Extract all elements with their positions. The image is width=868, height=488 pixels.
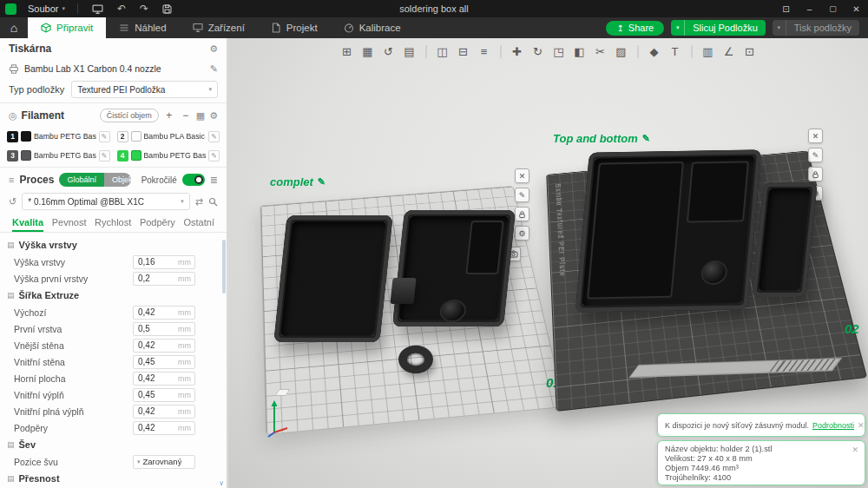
- flush-volume-button[interactable]: Čistící objem: [100, 109, 159, 122]
- bed-type-select[interactable]: Textured PEI Podložka ▾: [71, 81, 218, 98]
- filament-slot-4[interactable]: 4 Bambu PETG Basic ✎: [117, 148, 220, 163]
- model-small-cube[interactable]: [390, 278, 416, 304]
- split-to-parts-icon[interactable]: ⊟: [454, 43, 472, 61]
- rotate-icon[interactable]: ↻: [529, 43, 547, 61]
- print-dropdown-icon[interactable]: ▾: [773, 20, 786, 36]
- close-notification-icon[interactable]: ✕: [852, 445, 858, 454]
- flatten-icon[interactable]: ◧: [570, 43, 589, 61]
- plate1-delete-button[interactable]: ✕: [515, 168, 529, 183]
- model-ring[interactable]: [398, 346, 433, 373]
- param-input[interactable]: 0,2 mm: [133, 272, 195, 286]
- tab-device[interactable]: Zařízení: [180, 17, 258, 38]
- slice-plate-button[interactable]: ▾ Slicuj Podložku: [671, 20, 766, 36]
- sidebar-scrollbar[interactable]: [222, 240, 226, 293]
- filament-slot-2[interactable]: 2 Bambu PLA Basic ✎: [117, 129, 220, 144]
- filament-edit-icon[interactable]: ✎: [99, 131, 110, 142]
- ams-icon[interactable]: ▦: [196, 110, 205, 122]
- filament-color-swatch[interactable]: [21, 150, 31, 161]
- share-button[interactable]: ↥ Share: [606, 21, 664, 36]
- search-icon[interactable]: [208, 197, 218, 207]
- advanced-toggle[interactable]: [182, 174, 205, 186]
- filament-color-swatch[interactable]: [21, 131, 31, 142]
- printer-settings-gear-icon[interactable]: ⚙: [209, 43, 218, 55]
- minimize-button[interactable]: –: [798, 0, 821, 17]
- param-input[interactable]: 0,42 mm: [133, 339, 195, 353]
- param-input[interactable]: 0,45 mm: [133, 355, 195, 369]
- plate2-lock-button[interactable]: [808, 167, 823, 181]
- plate2-edit-button[interactable]: ✎: [808, 148, 823, 162]
- model-tray-base[interactable]: [392, 210, 516, 326]
- scope-objects-button[interactable]: Objekty: [104, 173, 131, 187]
- home-icon[interactable]: ⌂: [0, 17, 28, 38]
- remove-filament-button[interactable]: −: [180, 109, 192, 122]
- printer-name[interactable]: Bambu Lab X1 Carbon 0.4 nozzle: [24, 63, 205, 74]
- move-icon[interactable]: ✚: [508, 43, 526, 61]
- close-notification-icon[interactable]: ✕: [858, 421, 865, 430]
- param-input[interactable]: 0,16 mm: [133, 255, 195, 269]
- filament-edit-icon[interactable]: ✎: [99, 150, 110, 162]
- auto-orient-icon[interactable]: ↺: [379, 43, 398, 61]
- rename-plate-icon[interactable]: ✎: [642, 133, 650, 144]
- compare-preset-icon[interactable]: ⇄: [195, 196, 203, 208]
- file-menu[interactable]: Soubor ▾: [23, 0, 70, 17]
- arrange-icon[interactable]: ▤: [400, 43, 418, 61]
- filament-slot-1[interactable]: 1 Bambu PETG Basic ✎: [7, 129, 110, 144]
- undo-icon[interactable]: ↶: [110, 0, 133, 17]
- tab-speed[interactable]: Rychlost: [95, 217, 131, 232]
- filament-color-swatch[interactable]: [131, 150, 141, 161]
- split-to-objects-icon[interactable]: ◫: [433, 43, 451, 61]
- plate1-name[interactable]: complet ✎: [270, 175, 326, 188]
- close-button[interactable]: ✕: [845, 0, 868, 17]
- assembly-view-icon[interactable]: ⊡: [740, 43, 759, 61]
- scope-global-button[interactable]: Globální: [59, 173, 104, 187]
- filament-slot-3[interactable]: 3 Bambu PETG Basic ✎: [7, 148, 110, 163]
- printer-edit-icon[interactable]: ✎: [210, 63, 218, 75]
- save-icon[interactable]: [155, 0, 179, 17]
- plate1-lock-button[interactable]: [515, 207, 529, 221]
- filament-edit-icon[interactable]: ✎: [208, 131, 220, 142]
- tab-quality[interactable]: Kvalita: [12, 217, 43, 232]
- scroll-down-icon[interactable]: ∨: [219, 479, 224, 487]
- display-mode-icon[interactable]: [85, 0, 110, 17]
- tab-project[interactable]: Projekt: [258, 17, 331, 38]
- reset-preset-icon[interactable]: ↺: [9, 196, 16, 208]
- param-input[interactable]: 0,45 mm: [133, 388, 195, 402]
- expand-params-icon[interactable]: ≣: [210, 175, 218, 186]
- tab-preview[interactable]: Náhled: [106, 17, 179, 38]
- rename-plate-icon[interactable]: ✎: [318, 176, 326, 188]
- filament-color-swatch[interactable]: [131, 131, 141, 142]
- tab-prepare[interactable]: Připravit: [28, 17, 106, 38]
- param-input[interactable]: 0,42 mm: [133, 421, 195, 435]
- model-tray-lid[interactable]: [273, 215, 392, 342]
- filament-settings-gear-icon[interactable]: ⚙: [209, 110, 218, 122]
- tab-supports[interactable]: Podpěry: [140, 217, 175, 232]
- redo-icon[interactable]: ↷: [133, 0, 155, 17]
- slice-dropdown-icon[interactable]: ▾: [671, 20, 685, 36]
- details-link[interactable]: Podrobnosti: [812, 421, 854, 430]
- variable-layer-height-icon[interactable]: ≡: [475, 43, 493, 61]
- filament-edit-icon[interactable]: ✎: [208, 150, 220, 162]
- model-organizer-tray[interactable]: [575, 149, 761, 312]
- seam-paint-icon[interactable]: ◆: [645, 43, 663, 61]
- plate1-edit-button[interactable]: ✎: [515, 188, 529, 202]
- scale-icon[interactable]: ◳: [549, 43, 568, 61]
- add-object-icon[interactable]: ⊞: [338, 43, 356, 61]
- text-tool-icon[interactable]: T: [666, 43, 684, 61]
- process-preset-select[interactable]: * 0.16mm Optimal @BBL X1C ▾: [22, 193, 190, 210]
- plate1-settings-button[interactable]: ⚙: [515, 226, 529, 241]
- support-paint-icon[interactable]: ▨: [612, 43, 630, 61]
- param-input[interactable]: 0,42 mm: [133, 372, 195, 386]
- tab-others[interactable]: Ostatní: [184, 217, 214, 232]
- param-input[interactable]: 0,42 mm: [133, 306, 195, 320]
- seam-position-select[interactable]: ▾ Zarovnaný: [133, 455, 195, 469]
- add-filament-button[interactable]: +: [163, 109, 175, 122]
- param-input[interactable]: 0,42 mm: [133, 405, 195, 419]
- viewport-3d[interactable]: ⊞ ▦ ↺ ▤ ◫ ⊟ ≡ ✚ ↻ ◳ ◧ ✂ ▨ ◆ T ▥ ∠ ⊡ comp…: [228, 38, 868, 488]
- cut-icon[interactable]: ✂: [591, 43, 609, 61]
- tab-calibration[interactable]: Kalibrace: [331, 17, 414, 38]
- add-plate-icon[interactable]: ▦: [358, 43, 377, 61]
- window-mode-icon[interactable]: ⊡: [774, 0, 798, 17]
- param-input[interactable]: 0,5 mm: [133, 322, 195, 336]
- plate2-name[interactable]: Top and bottom ✎: [553, 132, 650, 145]
- measure-icon[interactable]: ∠: [720, 43, 738, 61]
